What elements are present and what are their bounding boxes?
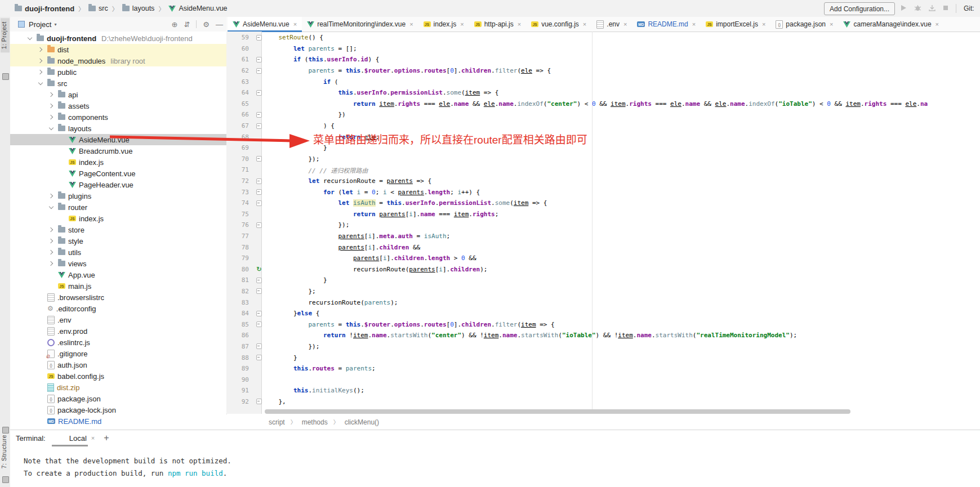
chevron-collapsed-icon[interactable] [37,68,44,76]
line-number[interactable]: 78 [226,244,255,251]
code-line[interactable]: 87 }); [226,341,980,352]
code-line[interactable]: 80↻ recursionRoute(parents[i].children); [226,263,980,275]
fold-marker-icon[interactable] [256,200,262,206]
code-line[interactable]: 89 this.routes = parents; [226,363,980,374]
fold-marker-icon[interactable] [256,57,262,62]
line-number[interactable]: 91 [226,387,255,394]
close-icon[interactable]: × [460,21,464,28]
close-icon[interactable]: × [518,21,521,28]
tree-item-assets[interactable]: assets [10,100,226,111]
chevron-collapsed-icon[interactable] [47,248,55,256]
line-number[interactable]: 77 [226,233,255,240]
tree-item-auth.json[interactable]: {}auth.json [10,359,226,370]
tree-item-public[interactable]: public [10,66,226,78]
code-line[interactable]: 79 parents[i].children.length > 0 && [226,253,980,264]
tree-item-plugins[interactable]: plugins [10,190,226,202]
tree-item-api[interactable]: api [10,89,226,100]
line-number[interactable]: 85 [226,321,255,328]
line-number[interactable]: 87 [226,343,255,350]
fold-marker-icon[interactable] [256,343,262,349]
code-line[interactable]: 90 [226,374,980,385]
line-number[interactable]: 61 [226,56,255,63]
tree-item-.editorconfig[interactable]: ⚙.editorconfig [10,303,226,314]
chevron-collapsed-icon[interactable] [47,192,55,200]
breadcrumb-item[interactable]: AsideMenu.vue [168,5,227,12]
code-line[interactable]: 88 } [226,352,980,363]
line-number[interactable]: 73 [226,189,255,196]
line-number[interactable]: 92 [226,398,255,405]
chevron-collapsed-icon[interactable] [47,226,55,234]
line-number[interactable]: 62 [226,67,255,74]
close-icon[interactable]: × [623,21,627,28]
locate-icon[interactable]: ⊕ [172,20,178,29]
tree-item-views[interactable]: views [10,258,226,269]
close-icon[interactable]: × [692,21,696,28]
tree-item-PageContent.vue[interactable]: PageContent.vue [10,168,226,179]
coverage-icon[interactable] [929,5,936,13]
editor-tab-cameraManage-index.vue[interactable]: cameraManage\index.vue× [838,17,944,32]
code-line[interactable]: 73 for (let i = 0; i < parents.length; i… [226,186,980,198]
line-number[interactable]: 79 [226,254,255,262]
breadcrumb-item[interactable]: src [88,5,108,12]
line-number[interactable]: 80 [226,266,255,273]
collapse-all-icon[interactable]: ⇵ [184,20,190,29]
code-line[interactable]: 83 recursionRoute(parents); [226,297,980,308]
tree-item-duoji-frontend[interactable]: duoji-frontendD:\zheheWeb\duoji-frontend [10,33,226,44]
debug-icon[interactable] [914,5,921,13]
tree-item-App.vue[interactable]: App.vue [10,269,226,280]
line-number[interactable]: 90 [226,376,255,383]
tree-item-package-lock.json[interactable]: {}package-lock.json [10,404,226,415]
tree-item-babel.config.js[interactable]: JSbabel.config.js [10,370,226,382]
line-number[interactable]: 72 [226,177,255,185]
code-line[interactable]: 70 }); [226,154,980,165]
tree-item-README.md[interactable]: MDREADME.md [10,415,226,427]
close-icon[interactable]: × [936,21,939,28]
code-line[interactable]: 65 return item.rights === ele.name && el… [226,99,980,110]
tree-item-.env.prod[interactable]: .env.prod [10,325,226,337]
project-strip-icon[interactable] [2,73,9,80]
project-panel-title[interactable]: Project [29,20,51,29]
code-line[interactable]: 77 parents[i].meta.auth = isAuth; [226,231,980,242]
code-line[interactable]: 71 // // 递归权限路由 [226,164,980,176]
chevron-collapsed-icon[interactable] [47,102,55,110]
tool-window-tab-project[interactable]: 1: Project [1,18,10,52]
editor-tab-package.json[interactable]: {}package.json× [770,17,838,32]
line-number[interactable]: 76 [226,221,255,229]
tree-item-dist[interactable]: dist [10,44,226,55]
line-number[interactable]: 82 [226,288,255,295]
code-editor[interactable]: 59 setRoute() {60 let parents = [];61 if… [226,32,980,407]
code-line[interactable]: 86 return !item.name.startsWith("center"… [226,330,980,341]
fold-marker-icon[interactable] [256,189,262,195]
line-number[interactable]: 84 [226,310,255,317]
fold-marker-icon[interactable] [256,222,262,228]
code-line[interactable]: 85 parents = this.$router.options.routes… [226,319,980,330]
code-line[interactable]: 62 parents = this.$router.options.routes… [226,65,980,77]
code-line[interactable]: 74 let isAuth = this.userInfo.permission… [226,198,980,209]
tree-item-AsideMenu.vue[interactable]: AsideMenu.vue [10,134,226,145]
tree-item-src[interactable]: src [10,78,226,89]
line-number[interactable]: 60 [226,45,255,52]
tree-item-components[interactable]: components [10,111,226,123]
line-number[interactable]: 59 [226,34,255,41]
chevron-expanded-icon[interactable] [37,79,44,87]
tree-item-PageHeader.vue[interactable]: PageHeader.vue [10,179,226,190]
horizontal-scrollbar[interactable] [265,409,850,414]
chevron-expanded-icon[interactable] [47,203,55,211]
line-number[interactable]: 88 [226,354,255,361]
editor-breadcrumb-item[interactable]: script [269,418,285,426]
tree-item-.browserslistrc[interactable]: .browserslistrc [10,292,226,303]
editor-tab-vue.config.js[interactable]: JSvue.config.js× [526,17,591,32]
chevron-collapsed-icon[interactable] [47,91,55,99]
tree-item-index.js[interactable]: JSindex.js [10,213,226,224]
terminal-tab-local[interactable]: Local [69,434,87,443]
favorites-strip-icon[interactable] [2,476,9,483]
fold-marker-icon[interactable] [256,35,262,41]
tree-item-router[interactable]: router [10,202,226,213]
fold-marker-icon[interactable] [256,288,262,294]
line-number[interactable]: 89 [226,365,255,372]
chevron-collapsed-icon[interactable] [37,57,44,65]
tree-item-index.js[interactable]: JSindex.js [10,157,226,168]
fold-marker-icon[interactable] [256,311,262,316]
code-line[interactable]: 92 }, [226,396,980,408]
hide-panel-icon[interactable]: — [216,20,223,29]
